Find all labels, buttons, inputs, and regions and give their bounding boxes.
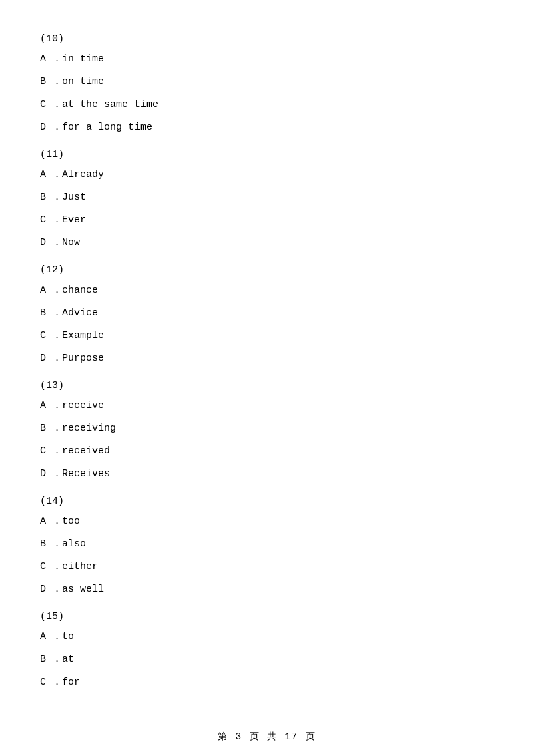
question-number-q15: (15) xyxy=(40,611,494,622)
option-q15-b[interactable]: B ．at xyxy=(40,652,494,668)
page-footer: 第 3 页 共 17 页 xyxy=(0,731,534,743)
option-q12-a[interactable]: A ．chance xyxy=(40,282,494,299)
option-q13-d[interactable]: D ．Receives xyxy=(40,466,494,482)
questions-container: (10)A ．in timeB ．on timeC ．at the same t… xyxy=(40,33,494,691)
option-q10-c[interactable]: C ．at the same time xyxy=(40,97,494,113)
option-q10-a[interactable]: A ．in time xyxy=(40,51,494,67)
question-number-q13: (13) xyxy=(40,380,494,391)
option-q13-b[interactable]: B ．receiving xyxy=(40,421,494,437)
question-number-q10: (10) xyxy=(40,33,494,45)
option-q13-a[interactable]: A ．receive xyxy=(40,398,494,414)
option-q14-c[interactable]: C ．either xyxy=(40,559,494,575)
option-q14-a[interactable]: A ．too xyxy=(40,514,494,530)
option-q11-b[interactable]: B ．Just xyxy=(40,190,494,206)
option-q11-d[interactable]: D ．Now xyxy=(40,235,494,251)
option-q12-c[interactable]: C ．Example xyxy=(40,328,494,344)
option-q10-b[interactable]: B ．on time xyxy=(40,74,494,90)
option-q14-d[interactable]: D ．as well xyxy=(40,582,494,598)
option-q12-b[interactable]: B ．Advice xyxy=(40,305,494,321)
question-number-q14: (14) xyxy=(40,496,494,507)
question-number-q12: (12) xyxy=(40,264,494,276)
option-q15-c[interactable]: C ．for xyxy=(40,675,494,691)
footer-text: 第 3 页 共 17 页 xyxy=(218,731,316,742)
question-number-q11: (11) xyxy=(40,149,494,160)
option-q15-a[interactable]: A ．to xyxy=(40,629,494,645)
option-q11-a[interactable]: A ．Already xyxy=(40,167,494,183)
option-q12-d[interactable]: D ．Purpose xyxy=(40,351,494,367)
option-q14-b[interactable]: B ．also xyxy=(40,536,494,552)
option-q11-c[interactable]: C ．Ever xyxy=(40,212,494,228)
option-q13-c[interactable]: C ．received xyxy=(40,443,494,459)
option-q10-d[interactable]: D ．for a long time xyxy=(40,120,494,136)
